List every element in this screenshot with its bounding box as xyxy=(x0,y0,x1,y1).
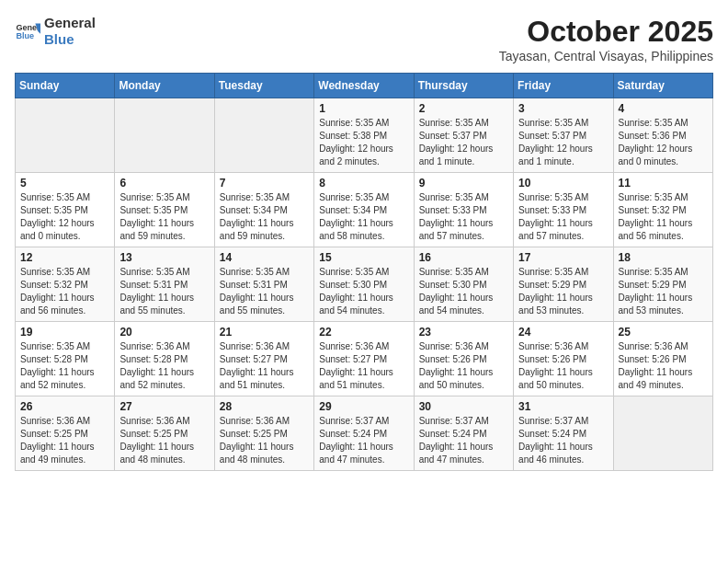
day-number: 12 xyxy=(20,251,109,264)
day-number: 6 xyxy=(119,177,209,190)
day-info: Sunrise: 5:35 AM Sunset: 5:32 PM Dayligh… xyxy=(20,266,109,317)
calendar-cell xyxy=(214,98,313,173)
day-number: 26 xyxy=(20,400,109,413)
day-number: 1 xyxy=(319,102,408,115)
day-info: Sunrise: 5:36 AM Sunset: 5:25 PM Dayligh… xyxy=(220,415,309,466)
calendar-week-row: 5Sunrise: 5:35 AM Sunset: 5:35 PM Daylig… xyxy=(16,173,713,247)
day-info: Sunrise: 5:35 AM Sunset: 5:33 PM Dayligh… xyxy=(419,191,508,243)
day-info: Sunrise: 5:35 AM Sunset: 5:35 PM Dayligh… xyxy=(20,191,109,243)
day-info: Sunrise: 5:35 AM Sunset: 5:37 PM Dayligh… xyxy=(518,117,608,168)
day-info: Sunrise: 5:37 AM Sunset: 5:24 PM Dayligh… xyxy=(319,415,408,466)
day-info: Sunrise: 5:35 AM Sunset: 5:37 PM Dayligh… xyxy=(419,117,508,168)
day-info: Sunrise: 5:35 AM Sunset: 5:34 PM Dayligh… xyxy=(319,191,408,243)
calendar-cell: 19Sunrise: 5:35 AM Sunset: 5:28 PM Dayli… xyxy=(16,322,115,396)
day-number: 23 xyxy=(419,326,508,339)
calendar-cell: 8Sunrise: 5:35 AM Sunset: 5:34 PM Daylig… xyxy=(314,173,414,247)
weekday-header: Wednesday xyxy=(314,74,414,98)
day-info: Sunrise: 5:35 AM Sunset: 5:38 PM Dayligh… xyxy=(319,117,408,168)
day-number: 5 xyxy=(20,177,109,190)
day-info: Sunrise: 5:35 AM Sunset: 5:36 PM Dayligh… xyxy=(619,117,708,168)
day-info: Sunrise: 5:35 AM Sunset: 5:28 PM Dayligh… xyxy=(20,340,109,392)
day-info: Sunrise: 5:35 AM Sunset: 5:30 PM Dayligh… xyxy=(319,266,408,317)
day-number: 16 xyxy=(419,251,508,264)
calendar-cell: 12Sunrise: 5:35 AM Sunset: 5:32 PM Dayli… xyxy=(16,247,115,322)
calendar-cell: 24Sunrise: 5:36 AM Sunset: 5:26 PM Dayli… xyxy=(514,322,613,396)
calendar-cell: 28Sunrise: 5:36 AM Sunset: 5:25 PM Dayli… xyxy=(214,396,313,471)
calendar-cell: 31Sunrise: 5:37 AM Sunset: 5:24 PM Dayli… xyxy=(514,396,613,471)
day-number: 28 xyxy=(220,400,309,413)
calendar-cell: 23Sunrise: 5:36 AM Sunset: 5:26 PM Dayli… xyxy=(414,322,513,396)
weekday-header: Thursday xyxy=(414,74,513,98)
day-number: 13 xyxy=(119,251,209,264)
logo-blue: Blue xyxy=(44,31,96,48)
calendar-cell: 26Sunrise: 5:36 AM Sunset: 5:25 PM Dayli… xyxy=(16,396,115,471)
calendar-cell: 20Sunrise: 5:36 AM Sunset: 5:28 PM Dayli… xyxy=(115,322,214,396)
title-block: October 2025 Tayasan, Central Visayas, P… xyxy=(499,15,713,63)
day-info: Sunrise: 5:36 AM Sunset: 5:25 PM Dayligh… xyxy=(119,415,209,466)
day-number: 20 xyxy=(119,326,209,339)
calendar-cell: 3Sunrise: 5:35 AM Sunset: 5:37 PM Daylig… xyxy=(514,98,613,173)
day-info: Sunrise: 5:37 AM Sunset: 5:24 PM Dayligh… xyxy=(518,415,608,466)
month-title: October 2025 xyxy=(499,15,713,49)
day-number: 25 xyxy=(619,326,708,339)
day-number: 3 xyxy=(518,102,608,115)
day-number: 11 xyxy=(619,177,708,190)
calendar-cell: 4Sunrise: 5:35 AM Sunset: 5:36 PM Daylig… xyxy=(613,98,712,173)
page-header: General Blue General Blue October 2025 T… xyxy=(15,15,713,63)
calendar-header: SundayMondayTuesdayWednesdayThursdayFrid… xyxy=(16,74,713,98)
day-number: 29 xyxy=(319,400,408,413)
day-number: 2 xyxy=(419,102,508,115)
calendar-table: SundayMondayTuesdayWednesdayThursdayFrid… xyxy=(15,73,713,471)
calendar-cell: 18Sunrise: 5:35 AM Sunset: 5:29 PM Dayli… xyxy=(613,247,712,322)
calendar-week-row: 1Sunrise: 5:35 AM Sunset: 5:38 PM Daylig… xyxy=(16,98,713,173)
day-info: Sunrise: 5:35 AM Sunset: 5:35 PM Dayligh… xyxy=(119,191,209,243)
day-number: 27 xyxy=(119,400,209,413)
day-number: 18 xyxy=(619,251,708,264)
day-number: 31 xyxy=(518,400,608,413)
calendar-cell: 7Sunrise: 5:35 AM Sunset: 5:34 PM Daylig… xyxy=(214,173,313,247)
calendar-cell: 1Sunrise: 5:35 AM Sunset: 5:38 PM Daylig… xyxy=(314,98,414,173)
logo: General Blue General Blue xyxy=(15,15,96,48)
day-info: Sunrise: 5:35 AM Sunset: 5:33 PM Dayligh… xyxy=(518,191,608,243)
day-info: Sunrise: 5:36 AM Sunset: 5:27 PM Dayligh… xyxy=(220,340,309,392)
calendar-cell: 9Sunrise: 5:35 AM Sunset: 5:33 PM Daylig… xyxy=(414,173,513,247)
day-info: Sunrise: 5:35 AM Sunset: 5:30 PM Dayligh… xyxy=(419,266,508,317)
day-info: Sunrise: 5:36 AM Sunset: 5:26 PM Dayligh… xyxy=(619,340,708,392)
calendar-cell: 13Sunrise: 5:35 AM Sunset: 5:31 PM Dayli… xyxy=(115,247,214,322)
day-info: Sunrise: 5:36 AM Sunset: 5:28 PM Dayligh… xyxy=(119,340,209,392)
calendar-cell: 17Sunrise: 5:35 AM Sunset: 5:29 PM Dayli… xyxy=(514,247,613,322)
day-info: Sunrise: 5:37 AM Sunset: 5:24 PM Dayligh… xyxy=(419,415,508,466)
calendar-cell: 27Sunrise: 5:36 AM Sunset: 5:25 PM Dayli… xyxy=(115,396,214,471)
calendar-week-row: 12Sunrise: 5:35 AM Sunset: 5:32 PM Dayli… xyxy=(16,247,713,322)
weekday-header: Friday xyxy=(514,74,613,98)
calendar-cell: 29Sunrise: 5:37 AM Sunset: 5:24 PM Dayli… xyxy=(314,396,414,471)
location: Tayasan, Central Visayas, Philippines xyxy=(499,49,713,63)
day-number: 4 xyxy=(619,102,708,115)
day-info: Sunrise: 5:35 AM Sunset: 5:31 PM Dayligh… xyxy=(220,266,309,317)
day-info: Sunrise: 5:35 AM Sunset: 5:31 PM Dayligh… xyxy=(119,266,209,317)
calendar-week-row: 19Sunrise: 5:35 AM Sunset: 5:28 PM Dayli… xyxy=(16,322,713,396)
day-info: Sunrise: 5:35 AM Sunset: 5:32 PM Dayligh… xyxy=(619,191,708,243)
day-number: 19 xyxy=(20,326,109,339)
day-info: Sunrise: 5:36 AM Sunset: 5:27 PM Dayligh… xyxy=(319,340,408,392)
calendar-cell: 16Sunrise: 5:35 AM Sunset: 5:30 PM Dayli… xyxy=(414,247,513,322)
calendar-cell: 22Sunrise: 5:36 AM Sunset: 5:27 PM Dayli… xyxy=(314,322,414,396)
calendar-cell xyxy=(613,396,712,471)
weekday-header: Monday xyxy=(115,74,214,98)
calendar-cell: 6Sunrise: 5:35 AM Sunset: 5:35 PM Daylig… xyxy=(115,173,214,247)
day-number: 15 xyxy=(319,251,408,264)
calendar-cell: 2Sunrise: 5:35 AM Sunset: 5:37 PM Daylig… xyxy=(414,98,513,173)
day-number: 9 xyxy=(419,177,508,190)
weekday-header: Sunday xyxy=(16,74,115,98)
svg-text:Blue: Blue xyxy=(16,31,34,40)
day-info: Sunrise: 5:36 AM Sunset: 5:25 PM Dayligh… xyxy=(20,415,109,466)
weekday-header: Saturday xyxy=(613,74,712,98)
calendar-week-row: 26Sunrise: 5:36 AM Sunset: 5:25 PM Dayli… xyxy=(16,396,713,471)
day-info: Sunrise: 5:35 AM Sunset: 5:34 PM Dayligh… xyxy=(220,191,309,243)
calendar-cell: 14Sunrise: 5:35 AM Sunset: 5:31 PM Dayli… xyxy=(214,247,313,322)
calendar-cell: 5Sunrise: 5:35 AM Sunset: 5:35 PM Daylig… xyxy=(16,173,115,247)
day-number: 30 xyxy=(419,400,508,413)
day-number: 22 xyxy=(319,326,408,339)
day-number: 7 xyxy=(220,177,309,190)
day-info: Sunrise: 5:35 AM Sunset: 5:29 PM Dayligh… xyxy=(518,266,608,317)
